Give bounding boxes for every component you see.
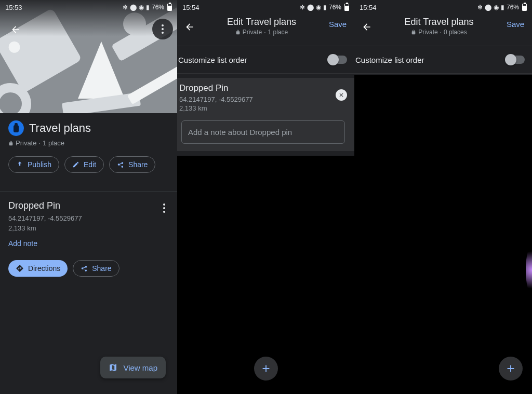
svg-rect-0 xyxy=(14,125,19,132)
wifi-icon: ◉ xyxy=(139,4,144,11)
customize-order-row: Customize list order xyxy=(177,46,354,74)
edit-privacy: Private xyxy=(243,29,262,36)
status-bar: 15:54 ✻ ⬤ ◉ ▮ 76% xyxy=(177,0,354,15)
battery-icon xyxy=(167,4,172,11)
battery-percent: 76% xyxy=(152,4,164,11)
bluetooth-icon: ✻ xyxy=(300,4,305,11)
directions-label: Directions xyxy=(28,264,60,273)
location-icon: ⬤ xyxy=(485,4,491,11)
list-detail-screen: 15:53 ✻ ⬤ ◉ ▮ 76% Travel plans Private · xyxy=(0,0,177,394)
location-icon: ⬤ xyxy=(130,4,137,11)
share-button[interactable]: Share xyxy=(109,156,155,173)
wifi-icon: ◉ xyxy=(316,4,321,11)
edit-title: Edit Travel plans xyxy=(379,17,499,28)
save-button[interactable]: Save xyxy=(499,20,532,29)
directions-icon xyxy=(16,264,24,273)
remove-place-button[interactable] xyxy=(336,89,347,101)
edit-label: Edit xyxy=(84,160,96,169)
place-coords: 54.2147197, -4.5529677 xyxy=(179,96,347,103)
status-time: 15:54 xyxy=(182,4,200,11)
battery-percent: 76% xyxy=(329,4,341,11)
bluetooth-icon: ✻ xyxy=(477,4,483,11)
note-input[interactable]: Add a note about Dropped pin xyxy=(181,120,345,144)
back-button[interactable] xyxy=(354,15,379,39)
back-button[interactable] xyxy=(4,18,27,41)
status-bar: 15:54 ✻ ⬤ ◉ ▮ 76% xyxy=(354,0,532,15)
customize-toggle[interactable] xyxy=(328,56,347,64)
list-count: 1 place xyxy=(43,139,64,147)
place-name: Dropped Pin xyxy=(179,83,347,93)
customize-toggle[interactable] xyxy=(506,56,525,64)
signal-icon: ▮ xyxy=(146,4,150,11)
edit-list-screen-with-place: 15:54 ✻ ⬤ ◉ ▮ 76% Edit Travel plans Priv… xyxy=(177,0,354,394)
place-share-label: Share xyxy=(92,264,111,273)
bluetooth-icon: ✻ xyxy=(123,4,128,11)
edit-button[interactable]: Edit xyxy=(64,156,104,173)
place-more-button[interactable] xyxy=(156,200,172,216)
signal-icon: ▮ xyxy=(323,4,327,11)
place-distance: 2,133 km xyxy=(179,104,347,112)
lock-icon xyxy=(8,140,14,146)
publish-button[interactable]: Publish xyxy=(8,156,59,173)
signal-icon: ▮ xyxy=(501,4,504,11)
pencil-icon xyxy=(72,161,79,168)
view-map-label: View map xyxy=(123,363,157,372)
customize-label: Customize list order xyxy=(178,56,247,64)
edit-title: Edit Travel plans xyxy=(202,17,321,28)
place-share-button[interactable]: Share xyxy=(73,260,119,277)
edit-list-screen-empty: 15:54 ✻ ⬤ ◉ ▮ 76% Edit Travel plans Priv… xyxy=(354,0,532,394)
place-distance: 2,133 km xyxy=(8,224,169,232)
location-icon: ⬤ xyxy=(307,4,314,11)
add-place-fab[interactable] xyxy=(499,357,523,381)
place-item: Dropped Pin 54.2147197, -4.5529677 2,133… xyxy=(0,192,177,285)
publish-icon xyxy=(16,161,23,168)
list-privacy: Private xyxy=(16,139,36,147)
battery-percent: 76% xyxy=(507,4,519,11)
add-place-fab[interactable] xyxy=(254,357,278,381)
save-button[interactable]: Save xyxy=(321,20,354,29)
back-button[interactable] xyxy=(177,15,202,39)
share-icon xyxy=(81,265,88,272)
wifi-icon: ◉ xyxy=(494,4,499,11)
hero-image xyxy=(0,0,177,113)
list-header: Travel plans Private · 1 place Publish E… xyxy=(0,113,177,181)
directions-button[interactable]: Directions xyxy=(8,260,68,277)
place-coords: 54.2147197, -4.5529677 xyxy=(8,214,169,222)
edit-count: 0 places xyxy=(444,29,467,36)
svg-rect-1 xyxy=(15,123,18,126)
status-bar: 15:53 ✻ ⬤ ◉ ▮ 76% xyxy=(0,0,177,15)
list-title: Travel plans xyxy=(29,121,91,135)
share-label: Share xyxy=(128,160,148,169)
battery-icon xyxy=(344,4,349,11)
status-time: 15:54 xyxy=(360,4,377,11)
customize-label: Customize list order xyxy=(355,56,424,64)
status-time: 15:53 xyxy=(5,4,22,11)
place-name: Dropped Pin xyxy=(8,200,169,211)
lock-icon xyxy=(235,29,241,35)
map-icon xyxy=(109,363,118,372)
add-note-button[interactable]: Add note xyxy=(8,239,169,248)
list-type-icon xyxy=(8,120,24,136)
edit-privacy: Private xyxy=(418,29,437,36)
share-icon xyxy=(117,161,124,168)
battery-icon xyxy=(522,4,527,11)
publish-label: Publish xyxy=(28,160,51,169)
edit-count: 1 place xyxy=(268,29,288,36)
lock-icon xyxy=(411,29,416,35)
view-map-button[interactable]: View map xyxy=(100,357,166,378)
customize-order-row: Customize list order xyxy=(354,46,532,74)
place-card: Dropped Pin 54.2147197, -4.5529677 2,133… xyxy=(177,78,354,151)
more-options-button[interactable] xyxy=(152,19,173,39)
